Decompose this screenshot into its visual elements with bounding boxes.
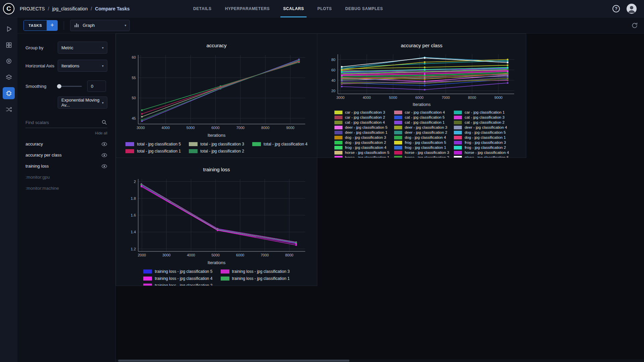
metric-row-monitor-machine[interactable]: :monitor:machine bbox=[25, 183, 107, 194]
legend-item[interactable]: frog - jpg classification 3 bbox=[454, 140, 509, 144]
search-input[interactable] bbox=[25, 120, 101, 125]
horizontal-scrollbar-thumb[interactable] bbox=[118, 360, 350, 362]
rail-item-applications[interactable] bbox=[3, 55, 15, 67]
legend-item[interactable]: horse - jpg classification 4 bbox=[454, 150, 509, 155]
smoothing-type-dropdown[interactable]: Exponential Moving Av... ▾ bbox=[58, 97, 107, 109]
shuffle-icon bbox=[5, 106, 12, 113]
legend-item[interactable]: horse - jpg classification 5 bbox=[334, 150, 389, 155]
legend-item[interactable]: cat - jpg classification 3 bbox=[454, 115, 509, 119]
legend-item[interactable]: training loss - jpg classification 5 bbox=[143, 269, 212, 274]
eye-icon[interactable] bbox=[101, 141, 107, 147]
legend-item[interactable]: dog - jpg classification 3 bbox=[334, 135, 389, 139]
eye-icon[interactable] bbox=[101, 163, 107, 169]
legend-label: deer - jpg classification 1 bbox=[345, 130, 388, 134]
legend-item[interactable]: deer - jpg classification 1 bbox=[334, 130, 389, 134]
help-icon[interactable]: ? bbox=[612, 5, 620, 12]
search-icon[interactable] bbox=[101, 119, 107, 125]
horizontal-scrollbar[interactable] bbox=[116, 359, 644, 362]
legend-item[interactable]: frog - jpg classification 1 bbox=[394, 145, 449, 149]
legend-item[interactable]: horse - jpg classification 1 bbox=[334, 156, 389, 158]
tab-plots[interactable]: PLOTS bbox=[311, 0, 338, 17]
legend-swatch bbox=[454, 141, 462, 144]
ring-icon bbox=[5, 58, 12, 65]
metric-row-training-loss[interactable]: training loss bbox=[25, 161, 107, 172]
training-loss-chart-plot[interactable]: 20003000400050006000700080001.21.41.61.8… bbox=[123, 176, 311, 259]
svg-text:8000: 8000 bbox=[285, 253, 293, 257]
user-avatar[interactable] bbox=[627, 4, 637, 14]
refresh-button[interactable] bbox=[631, 22, 638, 29]
legend-item[interactable]: training loss - jpg classification 4 bbox=[143, 276, 212, 281]
legend-item[interactable]: horse - jpg classification 2 bbox=[394, 156, 449, 158]
legend-item[interactable]: frog - jpg classification 5 bbox=[394, 140, 449, 144]
svg-text:3000: 3000 bbox=[137, 126, 145, 130]
tab-hyperparameters[interactable]: HYPERPARAMETERS bbox=[218, 0, 276, 17]
metric-row-monitor-gpu[interactable]: :monitor:gpu bbox=[25, 172, 107, 183]
legend-item[interactable]: dog - jpg classification 4 bbox=[394, 135, 449, 139]
legend-item[interactable]: deer - jpg classification 4 bbox=[454, 125, 509, 129]
legend-item[interactable]: training loss - jpg classification 3 bbox=[221, 269, 290, 274]
legend-item[interactable]: car - jpg classification 1 bbox=[454, 110, 509, 114]
legend-item[interactable]: dog - jpg classification 2 bbox=[334, 140, 389, 144]
metric-row-accuracy-per-class[interactable]: accuracy per class bbox=[25, 149, 107, 161]
rail-item-pipelines[interactable] bbox=[3, 71, 15, 83]
rail-item-experiments[interactable] bbox=[3, 87, 15, 99]
breadcrumb-projects[interactable]: PROJECTS bbox=[20, 6, 45, 11]
legend-item[interactable]: dog - jpg classification 5 bbox=[454, 130, 509, 134]
chart-card-training-loss: training loss 20003000400050006000700080… bbox=[116, 158, 317, 286]
legend-item[interactable]: cat - jpg classification 4 bbox=[334, 120, 389, 124]
svg-text:5000: 5000 bbox=[389, 96, 397, 100]
legend-item[interactable]: cat - jpg classification 2 bbox=[454, 120, 509, 124]
logo-letter: C bbox=[6, 5, 11, 12]
rail-item-getting-started[interactable] bbox=[3, 23, 15, 35]
clearml-logo[interactable]: C bbox=[3, 3, 14, 14]
legend-item[interactable]: plane - jpg classification 5 bbox=[454, 156, 509, 158]
legend-item[interactable]: cat - jpg classification 5 bbox=[394, 115, 449, 119]
metric-label: training loss bbox=[25, 164, 49, 169]
smoothing-value-input[interactable] bbox=[87, 80, 106, 92]
legend-label: total - jpg classification 5 bbox=[137, 142, 181, 146]
accuracy-chart-plot[interactable]: 300040005000600070008000900045505560 bbox=[123, 52, 311, 132]
legend-item[interactable]: training loss - jpg classification 1 bbox=[221, 276, 290, 281]
breadcrumb-project-name[interactable]: jpg_classification bbox=[52, 6, 88, 11]
legend-swatch bbox=[334, 151, 342, 155]
smoothing-slider[interactable] bbox=[58, 86, 82, 87]
legend-item[interactable]: deer - jpg classification 2 bbox=[394, 130, 449, 134]
legend-item[interactable]: deer - jpg classification 3 bbox=[394, 125, 449, 129]
legend-item[interactable]: frog - jpg classification 2 bbox=[454, 145, 509, 149]
tab-details[interactable]: DETAILS bbox=[186, 0, 218, 17]
tab-scalars[interactable]: SCALARS bbox=[276, 0, 311, 17]
legend-swatch bbox=[334, 131, 342, 134]
legend-item[interactable]: total - jpg classification 1 bbox=[125, 149, 181, 154]
accuracy-per-class-chart-plot[interactable]: 300040005000600070008000900020406080 bbox=[324, 52, 520, 101]
group-by-dropdown[interactable]: Metric ▾ bbox=[58, 42, 107, 54]
legend-item[interactable]: training loss - jpg classification 2 bbox=[143, 283, 212, 286]
add-task-button[interactable]: + bbox=[47, 20, 57, 31]
horizontal-axis-dropdown[interactable]: Iterations ▾ bbox=[58, 60, 107, 72]
legend-item[interactable]: total - jpg classification 3 bbox=[189, 142, 244, 146]
legend-item[interactable]: frog - jpg classification 4 bbox=[334, 145, 389, 149]
tasks-button[interactable]: TASKS bbox=[24, 20, 47, 31]
accuracy-per-class-chart-legend: car - jpg classification 3car - jpg clas… bbox=[317, 110, 526, 158]
legend-label: frog - jpg classification 2 bbox=[465, 145, 506, 149]
tab-debug-samples[interactable]: DEBUG SAMPLES bbox=[338, 0, 389, 17]
chart-card-accuracy-per-class: accuracy per class 300040005000600070008… bbox=[317, 34, 526, 158]
legend-item[interactable]: cat - jpg classification 1 bbox=[394, 120, 449, 124]
legend-item[interactable]: total - jpg classification 5 bbox=[125, 142, 181, 146]
legend-item[interactable]: dog - jpg classification 1 bbox=[454, 135, 509, 139]
legend-item[interactable]: car - jpg classification 4 bbox=[394, 110, 449, 114]
legend-item[interactable]: total - jpg classification 2 bbox=[189, 149, 244, 154]
smoothing-slider-thumb[interactable] bbox=[57, 84, 61, 88]
legend-item[interactable]: car - jpg classification 2 bbox=[334, 115, 389, 119]
legend-swatch bbox=[189, 142, 198, 146]
rail-item-datasets[interactable] bbox=[3, 39, 15, 51]
view-type-dropdown[interactable]: Graph ▾ bbox=[70, 20, 130, 31]
legend-item[interactable]: horse - jpg classification 3 bbox=[394, 150, 449, 155]
hide-all-button[interactable]: Hide all bbox=[25, 131, 107, 135]
legend-item[interactable]: deer - jpg classification 5 bbox=[334, 125, 389, 129]
rail-item-workers-queues[interactable] bbox=[3, 103, 15, 115]
legend-item[interactable]: total - jpg classification 4 bbox=[252, 142, 308, 146]
legend-swatch bbox=[394, 136, 402, 139]
eye-icon[interactable] bbox=[101, 152, 107, 158]
metric-row-accuracy[interactable]: accuracy bbox=[25, 138, 107, 149]
legend-item[interactable]: car - jpg classification 3 bbox=[334, 110, 389, 114]
